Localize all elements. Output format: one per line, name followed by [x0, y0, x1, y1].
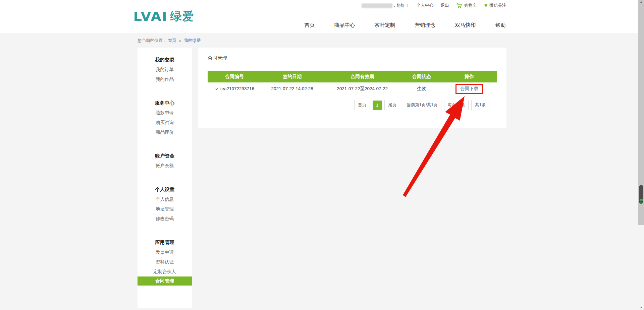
- nav-item-help[interactable]: 帮助: [495, 22, 506, 29]
- main-nav: 首页 商品中心 茶叶定制 营销理念 双马快印 帮助: [305, 22, 506, 29]
- sidebar-section-app-management: 应用管理: [138, 238, 192, 247]
- heart-icon: ♥: [484, 3, 487, 8]
- masked-username: [362, 3, 392, 8]
- breadcrumb-label: 您当前的位置：: [138, 38, 167, 43]
- pagination-per-page: 每页10条: [444, 100, 469, 110]
- cell-status: 生效: [401, 86, 442, 92]
- cell-sign-date: 2021-07-22 14:02:28: [261, 86, 323, 91]
- col-header-valid-period: 合同有效期: [323, 74, 401, 80]
- col-header-contract-id: 合同编号: [208, 74, 261, 80]
- sidebar-item-personal-info[interactable]: 个人信息: [138, 194, 192, 204]
- sidebar-section-my-trade: 我的交易: [138, 55, 192, 65]
- annotation-highlight-box: 合同下载: [455, 84, 483, 94]
- cart-icon: [457, 3, 462, 8]
- contract-management-panel: 合同管理 合同编号 签约日期 合同有效期 合同状态 操作 lv_tea21072…: [198, 48, 506, 128]
- logo-chinese-text: 绿爱: [170, 9, 195, 24]
- wechat-label: 微信关注: [490, 3, 506, 8]
- nav-item-shuangma-print[interactable]: 双马快印: [455, 22, 476, 29]
- user-center-link[interactable]: 个人中心: [417, 3, 433, 8]
- sidebar-item-custom-partner[interactable]: 定制合伙人: [138, 267, 192, 276]
- sidebar-section-personal-settings: 个人设置: [138, 185, 192, 194]
- site-logo[interactable]: LVAI 绿爱: [133, 9, 195, 24]
- scroll-up-icon[interactable]: ▲: [638, 0, 644, 4]
- logout-link[interactable]: 退出: [441, 3, 449, 8]
- scroll-down-icon[interactable]: ▼: [638, 306, 644, 309]
- table-header-row: 合同编号 签约日期 合同有效期 合同状态 操作: [208, 71, 497, 82]
- sidebar-item-my-works[interactable]: 我的作品: [138, 74, 192, 84]
- nav-item-home[interactable]: 首页: [305, 22, 315, 29]
- greeting-text: ，您好！: [392, 3, 409, 8]
- nav-item-products[interactable]: 商品中心: [334, 22, 355, 29]
- sidebar-item-my-orders[interactable]: 我的订单: [138, 65, 192, 74]
- sidebar-item-change-password[interactable]: 修改密码: [138, 214, 192, 224]
- logo-latin-text: LVAI: [133, 9, 168, 23]
- pagination-first-button[interactable]: 首页: [354, 100, 370, 110]
- breadcrumb: 您当前的位置： 首页 » 我的绿爱: [138, 33, 506, 48]
- topbar: ，您好！ 个人中心 退出 购物车 ♥ 微信关注: [362, 3, 506, 8]
- panel-title: 合同管理: [208, 55, 497, 61]
- sidebar-item-invoice-request[interactable]: 发票申请: [138, 247, 192, 257]
- table-row: lv_tea21072233716 2021-07-22 14:02:28 20…: [208, 82, 497, 95]
- sidebar-item-product-review[interactable]: 商品评价: [138, 127, 192, 137]
- scrollbar-grip-icon: [640, 199, 643, 202]
- page-scrollbar: ▲ ▼: [638, 0, 644, 310]
- sidebar-item-purchase-consult[interactable]: 购买咨询: [138, 118, 192, 127]
- contract-table: 合同编号 签约日期 合同有效期 合同状态 操作 lv_tea2107223371…: [208, 71, 497, 95]
- account-sidebar: 我的交易 我的订单 我的作品 服务中心 退款申请 购买咨询 商品评价 账户资金 …: [138, 48, 192, 308]
- breadcrumb-home-link[interactable]: 首页: [168, 38, 176, 43]
- sidebar-section-account-funds: 账户资金: [138, 151, 192, 161]
- site-header: LVAI 绿爱 ，您好！ 个人中心 退出 购物车: [0, 0, 638, 33]
- cart-label: 购物车: [464, 3, 477, 8]
- scrollbar-thumb[interactable]: [639, 185, 643, 204]
- pagination-last-button[interactable]: 尾页: [384, 100, 400, 110]
- cart-link[interactable]: 购物车: [457, 3, 477, 8]
- contract-download-link[interactable]: 合同下载: [460, 86, 478, 91]
- nav-item-tea-custom[interactable]: 茶叶定制: [375, 22, 395, 29]
- sidebar-item-contract-management[interactable]: 合同管理: [138, 276, 192, 286]
- wechat-follow-link[interactable]: ♥ 微信关注: [484, 3, 506, 8]
- sidebar-section-service-center: 服务中心: [138, 98, 192, 108]
- breadcrumb-current-link[interactable]: 我的绿爱: [184, 38, 201, 43]
- pagination: 首页 1 尾页 当前第1页/共1页 每页10条 共1条: [208, 100, 497, 110]
- cell-contract-id: lv_tea21072233716: [208, 86, 261, 91]
- nav-item-marketing[interactable]: 营销理念: [415, 22, 436, 29]
- sidebar-item-account-balance[interactable]: 帐户余额: [138, 161, 192, 171]
- col-header-status: 合同状态: [401, 74, 442, 80]
- pagination-page-1-button[interactable]: 1: [373, 101, 382, 110]
- col-header-sign-date: 签约日期: [261, 74, 323, 80]
- sidebar-item-data-certification[interactable]: 资料认证: [138, 257, 192, 267]
- col-header-action: 操作: [442, 74, 497, 80]
- sidebar-item-address-management[interactable]: 地址管理: [138, 204, 192, 214]
- sidebar-item-refund-request[interactable]: 退款申请: [138, 108, 192, 118]
- cell-valid-period: 2021-07-22至2024-07-22: [323, 86, 401, 92]
- breadcrumb-separator: »: [179, 38, 181, 43]
- title-divider: [208, 66, 497, 66]
- pagination-page-info: 当前第1页/共1页: [403, 100, 441, 110]
- pagination-total-count: 共1条: [471, 100, 489, 110]
